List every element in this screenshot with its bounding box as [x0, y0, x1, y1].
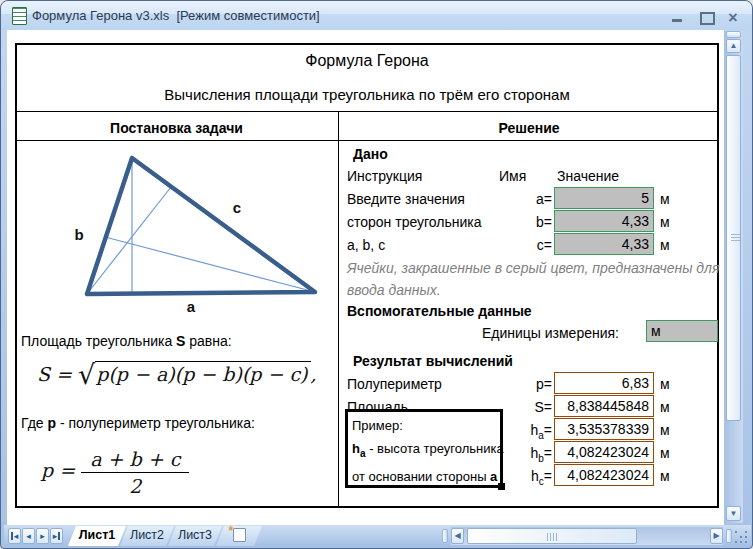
input-instruction: Введите значения [347, 189, 465, 209]
aux-title: Вспомогательные данные [347, 301, 532, 321]
tab-split-handle[interactable] [442, 529, 448, 543]
prev-sheet-button[interactable]: ◂ [22, 528, 35, 544]
input-instruction: a, b, c [347, 235, 385, 255]
result-unit: м [660, 420, 670, 440]
radical-sign: √ [78, 359, 95, 390]
input-unit: м [660, 235, 670, 255]
result-cell-ha[interactable]: 3,535378339 [554, 418, 654, 440]
input-instruction: сторон треугольника [347, 212, 482, 232]
result-name-ha: ha= [496, 420, 552, 446]
sheet-title: Формула Герона [15, 51, 719, 71]
example-line2: ha - высота треугольника [352, 437, 496, 465]
col-name: Имя [499, 166, 526, 186]
workbook-window: Формула Герона v3.xls [Режим совместимос… [0, 0, 753, 549]
semiperimeter-caption: Где p - полупериметр треугольника: [21, 413, 255, 433]
window-title: Формула Герона v3.xls [Режим совместимос… [32, 8, 320, 23]
minimize-button[interactable] [666, 9, 688, 27]
textbox-resize-handle[interactable] [498, 483, 505, 490]
triangle-label-a: a [187, 298, 196, 315]
result-unit: м [660, 443, 670, 463]
horizontal-scroll-thumb[interactable] [467, 528, 637, 544]
last-sheet-bar [58, 532, 60, 540]
result-unit: м [660, 397, 670, 417]
scroll-up-icon: ▲ [730, 41, 738, 50]
result-cell-s[interactable]: 8,838445848 [554, 395, 654, 417]
input-cell-c[interactable]: 4,33 [554, 233, 654, 255]
close-icon: × [728, 9, 737, 26]
tab-list3[interactable]: Лист3 [168, 526, 222, 546]
triangle-drawing[interactable]: b c a [19, 147, 334, 319]
input-cell-b[interactable]: 4,33 [554, 210, 654, 232]
col-value: Значение [557, 166, 619, 186]
close-button[interactable]: × [722, 9, 744, 27]
triangle-altitude-b [105, 237, 315, 292]
scroll-left-button[interactable]: ◀ [451, 528, 464, 544]
vertical-scroll-thumb[interactable] [726, 55, 741, 421]
result-cell-hb[interactable]: 4,082423024 [554, 441, 654, 463]
heron-formula: S = √p(p − a)(p − b)(p − c), [37, 363, 317, 385]
input-cell-a[interactable]: 5 [554, 187, 654, 209]
table-hline-1 [15, 111, 719, 112]
result-unit: м [660, 374, 670, 394]
result-name-hb: hb= [496, 443, 552, 469]
sheet-subtitle: Вычисления площади треугольника по трём … [15, 85, 719, 105]
sheet-tab-bar: ◂ ◂ ▸ ▸ Лист1 Лист2 Лист3 * ◀ ▶ [4, 525, 751, 547]
scroll-left-icon: ◀ [454, 531, 460, 540]
first-sheet-icon: ◂ [14, 530, 19, 543]
triangle-outline [87, 158, 315, 294]
given-title: Дано [353, 144, 388, 164]
result-name-p: p= [496, 374, 552, 400]
table-hline-2 [15, 140, 719, 141]
triangle-label-b: b [74, 226, 83, 243]
table-vline [338, 111, 339, 508]
excel-file-icon [12, 7, 27, 25]
result-name-s: S= [496, 397, 552, 423]
col-instruction: Инструкция [347, 166, 422, 186]
example-line3: от основании стороны a [352, 465, 496, 488]
example-line1: Пример: [352, 414, 496, 437]
tab-list2[interactable]: Лист2 [120, 526, 174, 546]
area-caption: Площадь треугольника S равна: [21, 331, 232, 351]
window-resize-grip[interactable] [735, 531, 737, 533]
scroll-right-button[interactable]: ▶ [710, 528, 723, 544]
result-cell-hc[interactable]: 4,082423024 [554, 464, 654, 486]
results-title: Результат вычислений [353, 351, 513, 371]
units-cell[interactable]: м [646, 320, 718, 342]
scrollbar-split-handle[interactable] [726, 529, 732, 543]
thumb-grip [731, 234, 740, 242]
first-sheet-bar [11, 532, 13, 540]
insert-worksheet-tab[interactable]: * [216, 526, 262, 546]
first-sheet-button[interactable]: ◂ [8, 528, 21, 544]
units-label: Единицы измерения: [401, 323, 619, 343]
thumb-grip [547, 533, 557, 541]
vertical-split-handle[interactable] [726, 31, 741, 38]
example-text-box[interactable]: Пример: ha - высота треугольника от осно… [345, 409, 503, 488]
prev-sheet-icon: ◂ [26, 530, 31, 543]
title-bar[interactable]: Формула Герона v3.xls [Режим совместимос… [1, 1, 752, 30]
input-name-b: b= [506, 212, 552, 232]
gray-cells-note-line1: Ячейки, закрашенные в серый цвет, предна… [347, 258, 719, 278]
triangle-label-c: c [233, 199, 241, 216]
next-sheet-button[interactable]: ▸ [36, 528, 49, 544]
minimize-icon [672, 19, 682, 22]
semiperimeter-formula: p = a + b + c2 [41, 448, 189, 497]
vertical-scrollbar[interactable]: ▲ ▼ [724, 31, 743, 523]
input-name-c: c= [506, 235, 552, 255]
scroll-down-button[interactable]: ▼ [726, 506, 741, 521]
scroll-up-button[interactable]: ▲ [726, 39, 741, 53]
next-sheet-icon: ▸ [40, 530, 45, 543]
left-column-header: Постановка задачи [15, 118, 338, 138]
input-unit: м [660, 212, 670, 232]
maximize-button[interactable] [695, 9, 717, 27]
horizontal-scrollbar[interactable]: ◀ ▶ [451, 527, 723, 545]
last-sheet-button[interactable]: ▸ [50, 528, 63, 544]
input-name-a: a= [506, 189, 552, 209]
result-cell-p[interactable]: 6,83 [554, 372, 654, 394]
tab-list1[interactable]: Лист1 [68, 526, 126, 546]
gray-cells-note-line2: ввода данных. [347, 280, 441, 300]
result-unit: м [660, 466, 670, 486]
maximize-icon [700, 12, 715, 25]
input-unit: м [660, 189, 670, 209]
result-label: Полупериметр [347, 374, 442, 394]
triangle-altitude-c [87, 187, 171, 294]
